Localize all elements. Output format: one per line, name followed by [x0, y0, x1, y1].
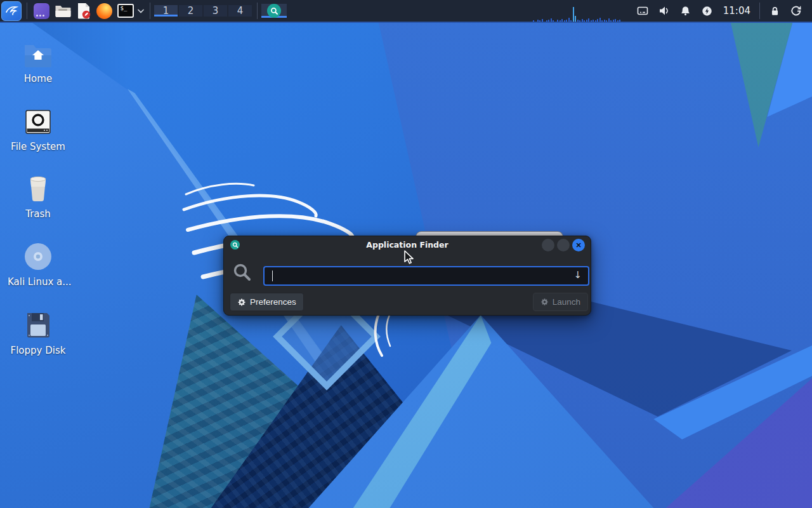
desktop-icon-file-system[interactable]: File System	[8, 103, 69, 152]
logout-button[interactable]	[785, 0, 807, 22]
text-editor-icon	[76, 3, 91, 19]
desktop-icon-label: Home	[8, 73, 69, 84]
panel-separator	[759, 3, 760, 19]
top-panel: $_ 1 2 3 4	[0, 0, 812, 23]
terminal-icon: $_	[117, 4, 134, 18]
volume-icon	[658, 4, 671, 17]
workspace-4[interactable]: 4	[228, 5, 252, 17]
kali-logo-icon	[4, 3, 19, 18]
search-icon	[232, 262, 252, 285]
preferences-label: Preferences	[250, 297, 296, 307]
gear-icon	[237, 298, 246, 307]
folder-icon	[55, 4, 71, 18]
app-window-icon	[34, 3, 49, 19]
clock[interactable]: 11:04	[723, 5, 750, 17]
workspace-1[interactable]: 1	[154, 5, 178, 17]
firefox-launcher[interactable]	[94, 0, 115, 22]
launch-button[interactable]: Launch	[533, 293, 588, 311]
drive-icon	[23, 109, 53, 136]
panel-separator	[257, 3, 258, 19]
taskbar-application-finder[interactable]	[261, 4, 287, 18]
terminal-dropdown[interactable]	[136, 9, 146, 13]
bell-icon	[679, 5, 691, 17]
panel-separator	[27, 3, 27, 19]
mouse-cursor	[403, 250, 417, 265]
notifications-tray-button[interactable]	[675, 0, 697, 22]
desktop-icon-label: Kali Linux a...	[8, 276, 69, 288]
workspace-2[interactable]: 2	[179, 5, 202, 17]
desktop-icon-label: Trash	[8, 208, 69, 220]
firefox-icon	[96, 3, 112, 19]
network-monitor-graph[interactable]	[533, 0, 628, 22]
text-caret	[272, 271, 273, 281]
display-tray-button[interactable]	[632, 0, 653, 22]
lock-icon	[769, 5, 781, 17]
desktop-icon-home[interactable]: Home	[8, 35, 69, 84]
display-icon	[636, 4, 649, 17]
minimize-button[interactable]	[542, 239, 554, 251]
kali-menu-button[interactable]	[1, 1, 22, 21]
application-finder-icon	[267, 4, 281, 18]
dropdown-arrow-icon[interactable]: ↓	[573, 269, 582, 281]
desktop-icon-trash[interactable]: Trash	[8, 170, 69, 220]
desktop-icon-kali-cd[interactable]: Kali Linux a...	[8, 238, 69, 288]
power-icon	[701, 5, 713, 17]
volume-tray-button[interactable]	[653, 0, 675, 22]
disc-icon	[23, 242, 53, 271]
chevron-down-icon	[138, 9, 144, 13]
power-manager-tray-button[interactable]	[697, 0, 718, 22]
floppy-icon	[24, 311, 52, 340]
text-editor-launcher[interactable]	[73, 0, 94, 22]
maximize-button[interactable]	[557, 239, 570, 251]
trash-icon	[24, 174, 52, 203]
preferences-button[interactable]: Preferences	[230, 293, 304, 311]
desktop-icon-label: File System	[8, 141, 69, 152]
window-title: Application Finder	[224, 240, 591, 250]
application-finder-window: Application Finder ✕ ↓ Preferences	[223, 236, 591, 316]
desktop-icon-floppy-disk[interactable]: Floppy Disk	[8, 307, 69, 356]
close-button[interactable]: ✕	[572, 239, 585, 251]
workspace-3[interactable]: 3	[204, 5, 227, 17]
search-input[interactable]	[263, 266, 589, 286]
desktop-icon-label: Floppy Disk	[8, 345, 69, 356]
lock-screen-button[interactable]	[764, 0, 785, 22]
home-folder-icon	[23, 41, 53, 68]
panel-separator	[150, 3, 150, 19]
file-manager-launcher[interactable]	[52, 0, 73, 22]
launch-label: Launch	[553, 297, 580, 307]
launch-gear-icon	[540, 298, 549, 306]
app-window-launcher[interactable]	[31, 0, 52, 22]
logout-icon	[790, 4, 802, 17]
terminal-launcher[interactable]: $_	[115, 0, 136, 22]
desktop-screen: Home File System Trash	[0, 0, 812, 508]
